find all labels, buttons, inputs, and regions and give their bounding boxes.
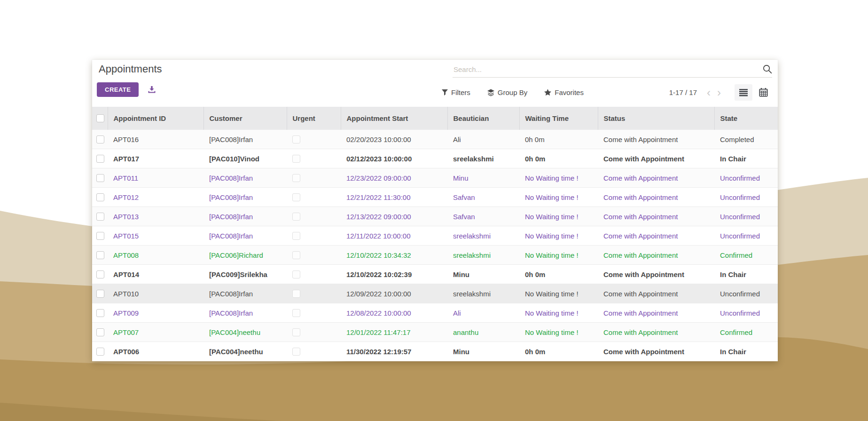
row-select-cell[interactable] [92, 246, 108, 265]
state-cell[interactable]: In Chair [714, 149, 778, 168]
waiting-time-cell[interactable]: 0h 0m [519, 130, 598, 149]
status-cell[interactable]: Come with Appointment [598, 303, 714, 323]
row-checkbox[interactable] [96, 290, 104, 298]
row-checkbox[interactable] [96, 309, 104, 317]
beautician-cell[interactable]: sreelakshmi [447, 149, 519, 168]
appointment-id-cell[interactable]: APT013 [108, 207, 203, 226]
row-checkbox[interactable] [96, 155, 104, 163]
urgent-cell[interactable] [287, 130, 341, 149]
beautician-cell[interactable]: Minu [447, 265, 519, 284]
customer-cell[interactable]: [PAC008]Irfan [203, 226, 287, 246]
appointment-id-cell[interactable]: APT006 [108, 342, 203, 361]
appointment-id-cell[interactable]: APT017 [108, 149, 203, 168]
table-row[interactable]: APT015[PAC008]Irfan12/11/2022 10:00:00sr… [92, 226, 778, 246]
customer-cell[interactable]: [PAC008]Irfan [203, 207, 287, 226]
status-cell[interactable]: Come with Appointment [598, 149, 714, 168]
row-checkbox[interactable] [96, 213, 104, 221]
appointment-start-cell[interactable]: 12/08/2022 10:00:00 [341, 303, 447, 323]
customer-cell[interactable]: [PAC008]Irfan [203, 188, 287, 207]
row-select-cell[interactable] [92, 226, 108, 246]
customer-cell[interactable]: [PAC010]Vinod [203, 149, 287, 168]
beautician-cell[interactable]: ananthu [447, 323, 519, 342]
beautician-cell[interactable]: sreelakshmi [447, 284, 519, 303]
table-row[interactable]: APT012[PAC008]Irfan12/21/2022 11:30:00Sa… [92, 188, 778, 207]
waiting-time-cell[interactable]: No Waiting time ! [519, 168, 598, 188]
urgent-cell[interactable] [287, 149, 341, 168]
group-by-menu-button[interactable]: Group By [487, 88, 527, 96]
urgent-checkbox[interactable] [292, 232, 300, 240]
row-checkbox[interactable] [96, 174, 104, 182]
row-checkbox[interactable] [96, 193, 104, 201]
column-header-customer[interactable]: Customer [203, 107, 287, 130]
beautician-cell[interactable]: Minu [447, 168, 519, 188]
appointment-id-cell[interactable]: APT012 [108, 188, 203, 207]
beautician-cell[interactable]: Ali [447, 303, 519, 323]
row-checkbox[interactable] [96, 251, 104, 259]
appointment-start-cell[interactable]: 12/10/2022 10:02:39 [341, 265, 447, 284]
state-cell[interactable]: Unconfirmed [714, 284, 778, 303]
status-cell[interactable]: Come with Appointment [598, 342, 714, 361]
waiting-time-cell[interactable]: 0h 0m [519, 265, 598, 284]
status-cell[interactable]: Come with Appointment [598, 323, 714, 342]
column-header-status[interactable]: Status [598, 107, 714, 130]
urgent-checkbox[interactable] [292, 174, 300, 182]
table-row[interactable]: APT006[PAC004]neethu11/30/2022 12:19:57M… [92, 342, 778, 361]
urgent-checkbox[interactable] [292, 251, 300, 259]
pager-previous-icon[interactable]: ‹ [704, 88, 714, 97]
state-cell[interactable]: Unconfirmed [714, 207, 778, 226]
column-header-urgent[interactable]: Urgent [287, 107, 341, 130]
urgent-checkbox[interactable] [292, 309, 300, 317]
customer-cell[interactable]: [PAC008]Irfan [203, 284, 287, 303]
column-header-appointment-id[interactable]: Appointment ID [108, 107, 203, 130]
state-cell[interactable]: Completed [714, 130, 778, 149]
urgent-cell[interactable] [287, 168, 341, 188]
table-row[interactable]: APT010[PAC008]Irfan12/09/2022 10:00:00sr… [92, 284, 778, 303]
search-input[interactable] [453, 65, 763, 74]
beautician-cell[interactable]: Ali [447, 130, 519, 149]
customer-cell[interactable]: [PAC008]Irfan [203, 168, 287, 188]
waiting-time-cell[interactable]: No Waiting time ! [519, 284, 598, 303]
waiting-time-cell[interactable]: No Waiting time ! [519, 226, 598, 246]
customer-cell[interactable]: [PAC008]Irfan [203, 130, 287, 149]
state-cell[interactable]: In Chair [714, 342, 778, 361]
status-cell[interactable]: Come with Appointment [598, 284, 714, 303]
table-row[interactable]: APT011[PAC008]Irfan12/23/2022 09:00:00Mi… [92, 168, 778, 188]
status-cell[interactable]: Come with Appointment [598, 207, 714, 226]
row-checkbox[interactable] [96, 232, 104, 240]
table-row[interactable]: APT008[PAC006]Richard12/10/2022 10:34:32… [92, 246, 778, 265]
state-cell[interactable]: Confirmed [714, 323, 778, 342]
state-cell[interactable]: Unconfirmed [714, 303, 778, 323]
waiting-time-cell[interactable]: 0h 0m [519, 149, 598, 168]
urgent-cell[interactable] [287, 303, 341, 323]
row-select-cell[interactable] [92, 323, 108, 342]
column-header-waiting-time[interactable]: Waiting Time [519, 107, 598, 130]
status-cell[interactable]: Come with Appointment [598, 246, 714, 265]
search-icon[interactable] [763, 64, 772, 74]
appointment-start-cell[interactable]: 12/23/2022 09:00:00 [341, 168, 447, 188]
beautician-cell[interactable]: Safvan [447, 188, 519, 207]
row-select-cell[interactable] [92, 130, 108, 149]
urgent-checkbox[interactable] [292, 290, 300, 298]
state-cell[interactable]: Unconfirmed [714, 226, 778, 246]
row-select-cell[interactable] [92, 188, 108, 207]
beautician-cell[interactable]: sreelakshmi [447, 226, 519, 246]
urgent-checkbox[interactable] [292, 193, 300, 201]
waiting-time-cell[interactable]: No Waiting time ! [519, 246, 598, 265]
urgent-cell[interactable] [287, 246, 341, 265]
status-cell[interactable]: Come with Appointment [598, 130, 714, 149]
state-cell[interactable]: In Chair [714, 265, 778, 284]
pager-next-icon[interactable]: › [714, 88, 724, 97]
urgent-cell[interactable] [287, 342, 341, 361]
customer-cell[interactable]: [PAC006]Richard [203, 246, 287, 265]
urgent-cell[interactable] [287, 323, 341, 342]
create-button[interactable]: CREATE [97, 82, 139, 97]
row-select-cell[interactable] [92, 342, 108, 361]
appointment-id-cell[interactable]: APT010 [108, 284, 203, 303]
state-cell[interactable]: Confirmed [714, 246, 778, 265]
state-cell[interactable]: Unconfirmed [714, 188, 778, 207]
row-select-cell[interactable] [92, 207, 108, 226]
select-all-header-cell[interactable] [92, 107, 108, 130]
status-cell[interactable]: Come with Appointment [598, 188, 714, 207]
list-view-button[interactable] [735, 84, 752, 101]
waiting-time-cell[interactable]: No Waiting time ! [519, 207, 598, 226]
